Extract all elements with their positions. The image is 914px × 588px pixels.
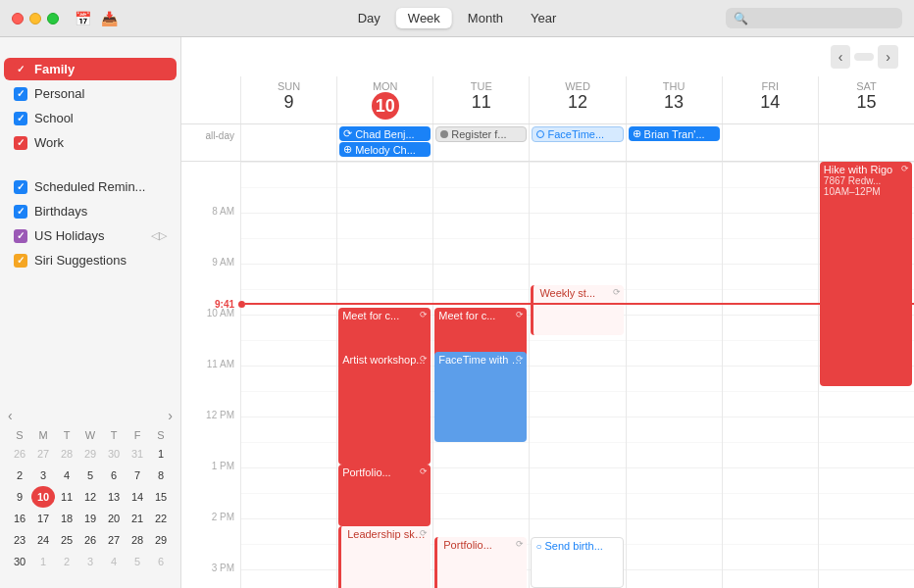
mini-cal-day[interactable]: 20 <box>102 508 126 529</box>
family-checkbox[interactable] <box>14 63 27 76</box>
sidebar-item-personal[interactable]: Personal <box>4 82 177 105</box>
day-header-wed[interactable]: Wed 12 <box>529 76 625 123</box>
mini-cal-day[interactable]: 19 <box>78 508 102 529</box>
allday-cell-fri[interactable] <box>722 124 818 161</box>
mini-cal-day[interactable]: 8 <box>149 465 173 486</box>
sidebar-item-family[interactable]: Family <box>4 58 177 80</box>
allday-cell-tue[interactable]: Register f... <box>432 124 529 161</box>
mini-cal-day[interactable]: 13 <box>102 486 126 508</box>
mini-cal-day[interactable]: 3 <box>78 551 102 572</box>
mini-cal-day[interactable]: 1 <box>149 443 173 465</box>
allday-event-melody[interactable]: ⊕ Melody Ch... <box>339 142 431 157</box>
mini-cal-day[interactable]: 22 <box>149 508 173 529</box>
mini-cal-day[interactable]: 28 <box>126 529 149 551</box>
allday-event-facetime[interactable]: FaceTime... <box>532 126 623 142</box>
mini-cal-day[interactable]: 24 <box>31 529 55 551</box>
allday-event-chad[interactable]: ⟳ Chad Benj... <box>339 126 431 141</box>
day-col-0[interactable] <box>240 162 336 588</box>
mini-cal-day[interactable]: 4 <box>55 465 78 486</box>
personal-checkbox[interactable] <box>14 87 27 101</box>
mini-cal-day[interactable]: 27 <box>31 443 55 465</box>
mini-cal-day[interactable]: 23 <box>8 529 31 551</box>
sidebar-item-siri[interactable]: Siri Suggestions <box>4 249 177 271</box>
allday-cell-sat[interactable] <box>818 124 914 161</box>
allday-cell-wed[interactable]: FaceTime... <box>529 124 625 161</box>
allday-event-brian[interactable]: ⊕ Brian Tran'... <box>629 126 720 141</box>
work-checkbox[interactable] <box>14 136 27 150</box>
mini-cal-day[interactable]: 29 <box>149 529 173 551</box>
mini-cal-day[interactable]: 26 <box>78 529 102 551</box>
day-header-sat[interactable]: Sat 15 <box>818 76 914 123</box>
mini-cal-day[interactable]: 6 <box>102 465 126 486</box>
search-box[interactable]: 🔍 <box>726 8 902 28</box>
mini-cal-day[interactable]: 10 <box>31 486 55 508</box>
mini-cal-day[interactable]: 18 <box>55 508 78 529</box>
month-view-button[interactable]: Month <box>456 8 515 28</box>
allday-cell-mon[interactable]: ⟳ Chad Benj... ⊕ Melody Ch... <box>336 124 432 161</box>
calendar-event[interactable]: FaceTime with Gran...⟳ <box>434 352 527 442</box>
time-scroll[interactable]: 8 AM9 AM10 AM11 AM12 PM1 PM2 PM3 PM4 PM5… <box>181 162 914 588</box>
sidebar-item-school[interactable]: School <box>4 107 177 129</box>
mini-cal-day[interactable]: 5 <box>126 551 149 572</box>
sidebar-item-us-holidays[interactable]: US Holidays ◁▷ <box>4 224 177 247</box>
calendar-event[interactable]: ○ Send birth... <box>531 537 623 587</box>
mini-cal-day[interactable]: 21 <box>126 508 149 529</box>
minimize-button[interactable] <box>29 13 41 24</box>
calendar-icon[interactable]: 📅 <box>75 11 91 26</box>
mini-cal-day[interactable]: 2 <box>8 465 31 486</box>
us-holidays-checkbox[interactable] <box>14 229 27 243</box>
school-checkbox[interactable] <box>14 112 27 125</box>
day-header-thu[interactable]: Thu 13 <box>626 76 722 123</box>
mini-cal-day[interactable]: 9 <box>8 486 31 508</box>
day-view-button[interactable]: Day <box>346 8 392 28</box>
mini-cal-day[interactable]: 31 <box>126 443 149 465</box>
search-input[interactable] <box>753 11 894 25</box>
mini-cal-day[interactable]: 27 <box>102 529 126 551</box>
calendar-event[interactable]: Portfolio...⟳ <box>434 537 527 588</box>
siri-checkbox[interactable] <box>14 254 27 268</box>
mini-cal-day[interactable]: 30 <box>8 551 31 572</box>
mini-cal-day[interactable]: 14 <box>126 486 149 508</box>
reminders-checkbox[interactable] <box>14 180 27 194</box>
allday-cell-sun[interactable] <box>240 124 336 161</box>
calendar-event[interactable]: Meet for c...⟳ <box>338 308 431 358</box>
sidebar-item-work[interactable]: Work <box>4 131 177 154</box>
fullscreen-button[interactable] <box>47 13 59 24</box>
day-col-4[interactable] <box>626 162 722 588</box>
mini-cal-day[interactable]: 4 <box>102 551 126 572</box>
calendar-event[interactable]: Hike with Rigo7867 Redw...10AM–12PM⟳ <box>820 162 912 386</box>
mini-cal-prev-button[interactable]: ‹ <box>8 408 13 423</box>
allday-event-register[interactable]: Register f... <box>435 126 527 142</box>
mini-cal-day[interactable]: 26 <box>8 443 31 465</box>
sidebar-item-reminders[interactable]: Scheduled Remin... <box>4 175 177 198</box>
calendar-event[interactable]: Meet for c...⟳ <box>434 308 527 358</box>
day-header-fri[interactable]: Fri 14 <box>722 76 818 123</box>
mini-cal-day[interactable]: 6 <box>149 551 173 572</box>
mini-cal-day[interactable]: 16 <box>8 508 31 529</box>
close-button[interactable] <box>12 13 24 24</box>
day-header-mon[interactable]: Mon 10 <box>336 76 432 123</box>
mini-cal-day[interactable]: 5 <box>78 465 102 486</box>
mini-cal-day[interactable]: 17 <box>31 508 55 529</box>
mini-cal-day[interactable]: 7 <box>126 465 149 486</box>
day-col-3[interactable] <box>529 162 625 588</box>
year-view-button[interactable]: Year <box>519 8 568 28</box>
calendar-event[interactable]: Leadership skills work...⟳ <box>338 526 431 588</box>
inbox-icon[interactable]: 📥 <box>101 11 118 26</box>
cal-prev-button[interactable]: ‹ <box>831 45 851 69</box>
cal-next-button[interactable]: › <box>878 45 898 69</box>
calendar-event[interactable]: Portfolio...⟳ <box>338 465 431 526</box>
mini-cal-day[interactable]: 29 <box>78 443 102 465</box>
mini-cal-day[interactable]: 11 <box>55 486 78 508</box>
day-header-sun[interactable]: Sun 9 <box>240 76 336 123</box>
mini-cal-next-button[interactable]: › <box>168 408 173 423</box>
calendar-event[interactable]: Weekly st...⟳ <box>531 285 623 335</box>
mini-cal-day[interactable]: 1 <box>31 551 55 572</box>
mini-cal-day[interactable]: 2 <box>55 551 78 572</box>
sidebar-item-birthdays[interactable]: Birthdays <box>4 200 177 222</box>
day-header-tue[interactable]: Tue 11 <box>432 76 529 123</box>
mini-cal-day[interactable]: 15 <box>149 486 173 508</box>
mini-cal-day[interactable]: 12 <box>78 486 102 508</box>
mini-cal-day[interactable]: 30 <box>102 443 126 465</box>
mini-cal-day[interactable]: 3 <box>31 465 55 486</box>
